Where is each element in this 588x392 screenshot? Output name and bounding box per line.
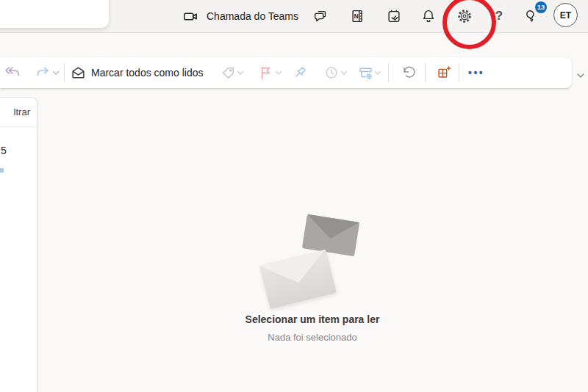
envelope-front-illustration [259,250,337,310]
help-button[interactable]: ? [490,7,508,25]
command-bar: Marcar todos como lidos [0,57,572,88]
outlook-window: Chamada do Teams N [0,0,588,392]
pin-button[interactable] [291,64,309,81]
more-icon: ••• [468,67,484,79]
flag-icon [259,65,274,81]
forward-icon [34,65,51,80]
divider [64,63,65,82]
empty-state-title: Selecionar um item para ler [37,313,588,325]
message-list-pane: ltrar 5 [0,97,37,392]
reply-all-button[interactable] [4,64,21,81]
categorize-chevron-icon[interactable] [237,70,244,76]
more-commands-button[interactable]: ••• [468,57,484,88]
envelope-back-illustration [302,214,359,257]
reply-all-icon [4,65,21,80]
onenote-feed-icon: N [350,8,366,24]
forward-button[interactable] [34,64,51,81]
envelope-flap [304,214,359,243]
settings-button[interactable] [456,7,473,25]
flag-button[interactable] [257,64,275,81]
pin-icon [292,65,308,81]
list-item[interactable]: 5 [1,145,7,156]
account-avatar[interactable]: ET [553,3,578,27]
video-camera-icon [182,8,199,25]
help-icon: ? [495,9,503,23]
snooze-button[interactable] [323,64,340,81]
settings-gear-icon [456,8,473,24]
archive-rules-button[interactable] [356,64,374,81]
flag-chevron-icon[interactable] [275,70,282,76]
notifications-button[interactable] [420,7,437,25]
tag-icon [220,65,236,81]
categorize-button[interactable] [219,64,237,81]
divider [459,63,459,82]
forward-chevron-icon[interactable] [52,70,60,76]
filter-button[interactable]: ltrar [14,106,30,117]
undo-button[interactable] [400,64,417,81]
todo-button[interactable] [385,7,403,25]
teams-call-label: Chamada do Teams [207,10,298,22]
read-envelope-icon [71,65,86,81]
teams-call-button[interactable]: Chamada do Teams [182,0,298,32]
expand-chevron-icon[interactable] [576,71,586,80]
search-input[interactable] [0,0,109,28]
chat-button[interactable] [312,7,330,25]
todo-check-icon [386,8,402,24]
empty-state-subtitle: Nada foi selecionado [37,332,588,343]
chat-icon [313,8,329,24]
snooze-gear-icon [357,65,374,81]
tips-count-badge: 13 [535,1,547,13]
undo-icon [401,65,417,81]
envelope-flap [259,250,331,291]
mark-all-read-button[interactable]: Marcar todos como lidos [71,57,204,88]
mark-all-read-label: Marcar todos como lidos [91,67,204,79]
divider [0,126,37,127]
snooze-chevron-icon[interactable] [340,70,348,76]
add-apps-button[interactable] [435,64,453,81]
clock-icon [323,65,340,81]
divider [425,63,426,82]
add-apps-icon [436,65,452,81]
avatar-initials: ET [560,10,571,21]
onenote-feed-button[interactable]: N [349,7,367,25]
divider [388,63,389,82]
top-app-bar: Chamada do Teams N [0,0,588,33]
onenote-letter: N [354,13,359,20]
archive-chevron-icon[interactable] [374,70,381,76]
bell-icon [420,8,437,24]
list-item-link-fragment[interactable] [0,168,4,173]
